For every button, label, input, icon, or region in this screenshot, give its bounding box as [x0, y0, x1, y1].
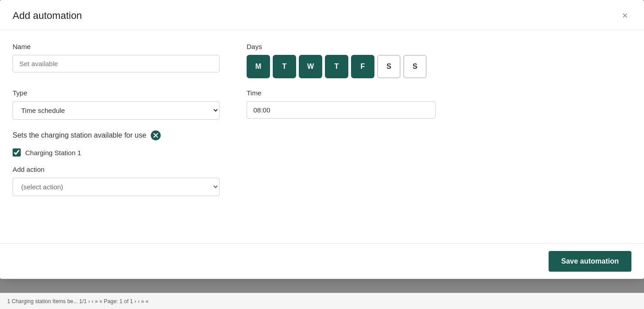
modal-footer: Save automation	[0, 243, 644, 279]
name-group: Name	[13, 43, 220, 78]
days-label: Days	[247, 43, 631, 50]
days-group: Days M T W T F S S	[247, 43, 631, 78]
time-group: Time	[247, 89, 631, 120]
description-text: Sets the charging station available for …	[13, 131, 146, 139]
day-button-friday[interactable]: F	[351, 55, 374, 78]
name-label: Name	[13, 43, 220, 50]
remove-icon	[151, 130, 161, 140]
action-select[interactable]: (select action)	[13, 178, 220, 196]
modal-overlay: Add automation × Name Days M T W T	[0, 0, 644, 309]
type-label: Type	[13, 89, 220, 97]
type-time-row: Type Time schedule Time	[13, 89, 631, 120]
modal-body: Name Days M T W T F S S	[0, 30, 644, 234]
type-group: Type Time schedule	[13, 89, 220, 120]
description-row: Sets the charging station available for …	[13, 130, 631, 140]
charging-station-checkbox[interactable]	[13, 148, 21, 157]
day-button-wednesday[interactable]: W	[299, 55, 322, 78]
name-input[interactable]	[13, 55, 220, 72]
day-button-tuesday[interactable]: T	[273, 55, 296, 78]
name-days-row: Name Days M T W T F S S	[13, 43, 631, 78]
add-action-label: Add action	[13, 166, 631, 173]
modal-title: Add automation	[13, 10, 82, 22]
bottom-bar-text: 1 Charging station Items be... 1/1 › ‹ »…	[7, 298, 149, 305]
day-button-thursday[interactable]: T	[325, 55, 348, 78]
modal-header: Add automation ×	[0, 0, 644, 30]
bottom-bar: 1 Charging station Items be... 1/1 › ‹ »…	[0, 293, 644, 309]
add-automation-modal: Add automation × Name Days M T W T	[0, 0, 644, 279]
day-button-monday[interactable]: M	[247, 55, 270, 78]
checkbox-row: Charging Station 1	[13, 148, 631, 157]
remove-description-button[interactable]	[151, 130, 161, 140]
close-button[interactable]: ×	[618, 9, 631, 22]
charging-station-label: Charging Station 1	[25, 149, 81, 157]
save-automation-button[interactable]: Save automation	[549, 251, 631, 272]
time-label: Time	[247, 89, 631, 97]
days-row: M T W T F S S	[247, 55, 631, 78]
type-select[interactable]: Time schedule	[13, 101, 220, 120]
day-button-sunday[interactable]: S	[403, 55, 427, 78]
day-button-saturday[interactable]: S	[377, 55, 401, 78]
time-input[interactable]	[247, 101, 436, 119]
